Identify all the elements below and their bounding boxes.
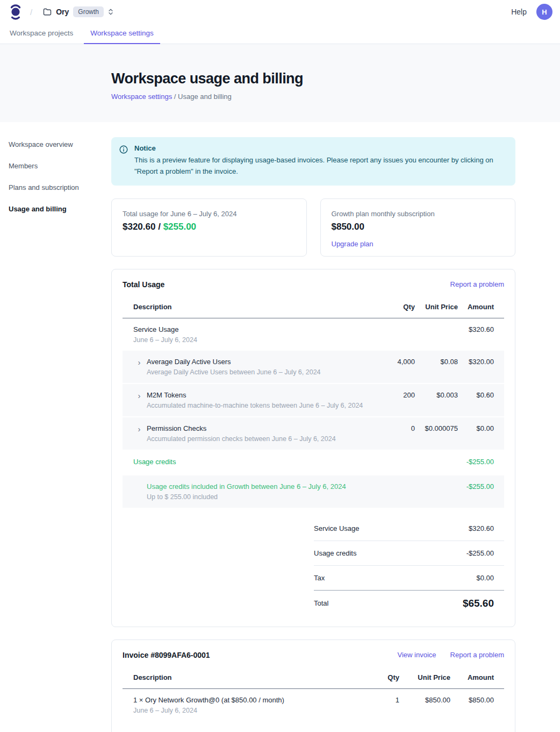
summary-label: Tax xyxy=(314,574,325,582)
notice-banner: Notice This is a preview feature for dis… xyxy=(111,137,515,186)
row-subtitle: Up to $ 255.00 included xyxy=(147,493,367,501)
subscription-amount: $850.00 xyxy=(332,222,505,232)
summary-label: Usage credits xyxy=(314,549,356,557)
invoice-summary: 1 × Ory Network Growth@0 (at $850.00 / m… xyxy=(314,730,504,732)
total-usage-invoice-card: Total Usage Report a problem Description… xyxy=(111,269,515,627)
main: Workspace overview Members Plans and sub… xyxy=(0,122,560,732)
row-subtitle: Average Daily Active Users between June … xyxy=(147,368,321,376)
content: Notice This is a preview feature for dis… xyxy=(111,122,515,732)
total-label: Total xyxy=(314,599,328,607)
tab-workspace-settings[interactable]: Workspace settings xyxy=(84,24,160,44)
chevron-updown-icon xyxy=(108,8,113,16)
sidebar-item-members[interactable]: Members xyxy=(9,162,111,170)
column-description: Description xyxy=(123,667,343,689)
usage-separator: / xyxy=(155,222,163,232)
row-unit-price: $0.003 xyxy=(415,383,458,417)
column-unit-price: Unit Price xyxy=(415,296,458,318)
row-qty: 4,000 xyxy=(367,351,415,383)
row-title: Service Usage xyxy=(133,325,367,333)
sidebar-item-workspace-overview[interactable]: Workspace overview xyxy=(9,140,111,148)
row-amount: -$255.00 xyxy=(458,475,504,508)
row-title: 1 × Ory Network Growth@0 (at $850.00 / m… xyxy=(133,696,343,704)
column-qty: Qty xyxy=(343,667,399,689)
tab-workspace-projects[interactable]: Workspace projects xyxy=(3,24,80,44)
chevron-right-icon[interactable]: › xyxy=(135,392,143,409)
row-title: Permission Checks xyxy=(147,424,336,432)
usage-table-header-row: Description Qty Unit Price Amount xyxy=(123,296,504,318)
total-usage-amount: $320.60 / $255.00 xyxy=(123,222,296,232)
summary-row-total: Total $65.60 xyxy=(314,591,504,613)
row-amount: $0.60 xyxy=(458,383,504,417)
report-problem-link[interactable]: Report a problem xyxy=(450,280,504,288)
usage-table: Description Qty Unit Price Amount Servic… xyxy=(123,296,504,508)
breadcrumb-link-workspace-settings[interactable]: Workspace settings xyxy=(111,93,172,101)
invoice-card-header: Invoice #8099AFA6-0001 View invoice Repo… xyxy=(123,651,504,659)
table-row-permission-checks[interactable]: › Permission Checks Accumulated permissi… xyxy=(123,417,504,450)
row-qty: 1 xyxy=(343,688,399,721)
row-amount: $320.00 xyxy=(458,351,504,383)
breadcrumb-separator: / xyxy=(174,93,176,101)
view-invoice-link[interactable]: View invoice xyxy=(398,651,436,659)
table-row-m2m-tokens[interactable]: › M2M Tokens Accumulated machine-to-mach… xyxy=(123,383,504,417)
workspace-plan-badge: Growth xyxy=(73,6,104,17)
row-qty: 0 xyxy=(367,417,415,450)
invoice-card-title: Invoice #8099AFA6-0001 xyxy=(123,651,210,659)
usage-amount: $320.60 xyxy=(123,222,155,232)
column-amount: Amount xyxy=(458,296,504,318)
info-icon xyxy=(119,145,128,177)
summary-row-usage-credits: Usage credits -$255.00 xyxy=(314,541,504,566)
summary-row-service-usage: Service Usage $320.60 xyxy=(314,516,504,541)
row-unit-price: $0.08 xyxy=(415,351,458,383)
settings-sidebar: Workspace overview Members Plans and sub… xyxy=(0,122,111,226)
invoice-table-header-row: Description Qty Unit Price Amount xyxy=(123,667,504,689)
row-amount: $0.00 xyxy=(458,417,504,450)
usage-summary: Service Usage $320.60 Usage credits -$25… xyxy=(314,516,504,613)
breadcrumb-separator: / xyxy=(30,8,32,17)
notice-title: Notice xyxy=(134,144,506,152)
subscription-card: Growth plan monthly subscription $850.00… xyxy=(320,198,516,257)
user-avatar[interactable]: H xyxy=(536,4,552,20)
page-title: Workspace usage and billing xyxy=(111,70,560,87)
workspace-tabs: Workspace projects Workspace settings xyxy=(0,24,560,44)
workspace-picker[interactable]: Ory Growth xyxy=(40,4,117,19)
row-title: Average Daily Active Users xyxy=(147,358,321,366)
row-title: M2M Tokens xyxy=(147,391,363,399)
ory-logo-icon xyxy=(9,4,23,20)
table-row-average-daily-active-users[interactable]: › Average Daily Active Users Average Dai… xyxy=(123,351,504,383)
row-title: Usage credits included in Growth between… xyxy=(147,482,367,491)
sidebar-item-usage-and-billing[interactable]: Usage and billing xyxy=(9,205,111,213)
topbar-left: / Ory Growth xyxy=(9,4,117,20)
row-unit-price: $850.00 xyxy=(399,688,450,721)
notice-content: Notice This is a preview feature for dis… xyxy=(134,144,506,177)
row-subtitle: Accumulated machine-to-machine tokens be… xyxy=(147,402,363,409)
column-qty: Qty xyxy=(367,296,415,318)
usage-credit-limit: $255.00 xyxy=(163,222,196,232)
table-row-plan-line-item: 1 × Ory Network Growth@0 (at $850.00 / m… xyxy=(123,688,504,721)
topbar: / Ory Growth Help H xyxy=(0,0,560,24)
row-amount: $850.00 xyxy=(450,688,504,721)
row-amount: $320.60 xyxy=(458,318,504,351)
summary-label: Service Usage xyxy=(314,524,360,532)
total-usage-card: Total usage for June 6 – July 6, 2024 $3… xyxy=(111,198,307,257)
table-row-service-usage: Service Usage June 6 – July 6, 2024 $320… xyxy=(123,318,504,351)
chevron-right-icon[interactable]: › xyxy=(135,358,143,376)
upgrade-plan-link[interactable]: Upgrade plan xyxy=(332,240,374,248)
usage-card-title: Total Usage xyxy=(123,280,164,289)
subscription-label: Growth plan monthly subscription xyxy=(332,210,505,218)
folder-icon xyxy=(43,8,52,16)
help-link[interactable]: Help xyxy=(511,8,527,16)
breadcrumb: Workspace settings / Usage and billing xyxy=(111,93,560,101)
workspace-name: Ory xyxy=(56,8,69,16)
ory-logo[interactable] xyxy=(9,4,23,20)
sidebar-item-plans-and-subscription[interactable]: Plans and subscription xyxy=(9,183,111,191)
page: / Ory Growth Help H xyxy=(0,0,560,732)
invoice-card: Invoice #8099AFA6-0001 View invoice Repo… xyxy=(111,639,515,732)
row-title: Usage credits xyxy=(133,458,367,466)
report-problem-link[interactable]: Report a problem xyxy=(450,651,504,659)
summary-row-plan: 1 × Ory Network Growth@0 (at $850.00 / m… xyxy=(314,730,504,732)
column-amount: Amount xyxy=(450,667,504,689)
chevron-right-icon[interactable]: › xyxy=(135,425,143,443)
column-unit-price: Unit Price xyxy=(399,667,450,689)
topbar-right: Help H xyxy=(511,4,552,20)
page-header: Workspace usage and billing Workspace se… xyxy=(0,44,560,122)
